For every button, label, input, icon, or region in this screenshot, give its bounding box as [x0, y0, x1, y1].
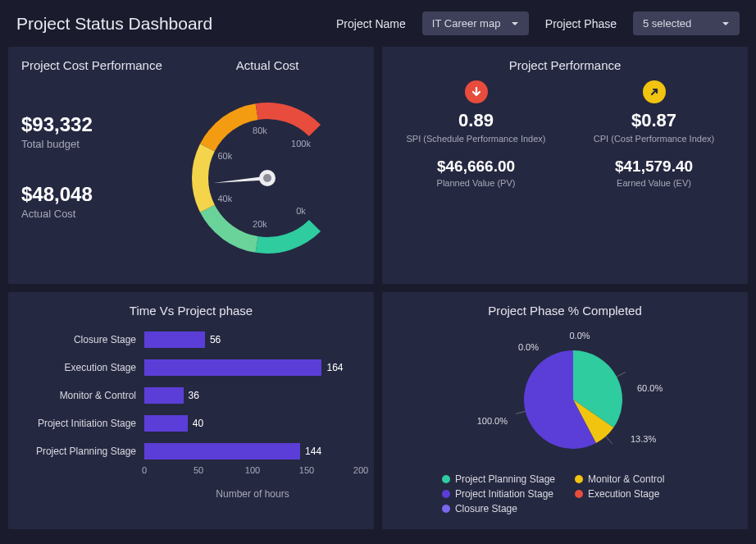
svg-text:0.0%: 0.0%	[569, 331, 590, 341]
legend-label: Project Initiation Stage	[455, 488, 553, 500]
time-vs-phase-bar-chart: Closure Stage 56 Execution Stage 164 Mon…	[21, 326, 361, 465]
bar-category: Closure Stage	[21, 334, 144, 345]
bar-category: Project Initiation Stage	[21, 418, 144, 429]
chevron-down-icon	[722, 20, 730, 28]
arrow-up-right-icon	[643, 80, 666, 103]
legend-dot	[442, 490, 450, 498]
bar-fill	[144, 331, 205, 348]
legend-dot	[442, 475, 450, 483]
chevron-down-icon	[511, 20, 519, 28]
project-performance-panel: Project Performance 0.89 SPI (Schedule P…	[382, 47, 748, 284]
spi-value: 0.89	[395, 110, 557, 131]
project-phase-dropdown[interactable]: 5 selected	[633, 11, 740, 35]
legend-label: Monitor & Control	[588, 473, 664, 485]
spi-label: SPI (Schedule Performance Index)	[395, 133, 557, 144]
pv-label: Planned Value (PV)	[395, 177, 557, 189]
cpi-value: $0.87	[573, 110, 735, 131]
actual-cost-value: $48,048	[21, 183, 174, 206]
bar-tick: 150	[299, 465, 314, 475]
page-title: Project Status Dashboard	[16, 14, 320, 34]
bar-value: 56	[210, 334, 221, 345]
svg-text:0.0%: 0.0%	[518, 342, 539, 352]
legend-label: Execution Stage	[588, 488, 659, 500]
arrow-down-icon	[465, 80, 488, 103]
bar-fill	[144, 387, 184, 404]
bar-row: Execution Stage 164	[21, 354, 361, 382]
bar-row: Monitor & Control 36	[21, 382, 361, 409]
svg-text:60k: 60k	[218, 151, 233, 161]
legend-label: Closure Stage	[455, 503, 517, 514]
pv-value: $46,666.00	[395, 158, 557, 176]
pie-legend: Project Planning StageMonitor & ControlP…	[442, 473, 688, 514]
project-name-label: Project Name	[336, 17, 406, 30]
svg-text:100.0%: 100.0%	[477, 416, 508, 426]
legend-dot	[575, 490, 583, 498]
legend-item: Project Planning Stage	[442, 473, 555, 485]
svg-line-9	[606, 437, 613, 444]
bar-tick: 50	[194, 465, 203, 475]
svg-text:60.0%: 60.0%	[637, 383, 663, 393]
bar-category: Execution Stage	[21, 362, 144, 373]
svg-line-10	[516, 411, 526, 414]
project-phase-value: 5 selected	[643, 17, 691, 30]
svg-text:80k: 80k	[253, 126, 267, 135]
total-budget-value: $93,332	[21, 113, 174, 136]
bar-x-axis: 050100150200	[144, 465, 361, 480]
time-vs-phase-panel: Time Vs Project phase Closure Stage 56 E…	[8, 292, 374, 529]
phase-completed-pie-chart: 0.0%0.0%60.0%13.3%100.0%	[458, 326, 672, 465]
performance-title: Project Performance	[395, 58, 735, 72]
bar-row: Project Initiation Stage 40	[21, 409, 361, 437]
cost-panel-title: Project Cost Performance	[21, 58, 174, 72]
bar-category: Monitor & Control	[21, 390, 144, 401]
project-phase-label: Project Phase	[545, 17, 617, 30]
pie-title: Project Phase % Completed	[488, 304, 642, 318]
bar-x-title: Number of hours	[144, 488, 361, 500]
total-budget-label: Total budget	[21, 138, 174, 150]
legend-dot	[442, 505, 450, 513]
bar-fill	[144, 415, 188, 432]
ev-label: Earned Value (EV)	[573, 177, 735, 189]
cpi-label: CPI (Cost Performance Index)	[573, 133, 735, 144]
actual-cost-gauge: 0k20k40k60k80k100k	[173, 75, 362, 256]
bar-tick: 0	[142, 465, 147, 475]
legend-item: Project Initiation Stage	[442, 488, 555, 500]
bar-row: Project Planning Stage 144	[21, 437, 361, 465]
bar-tick: 200	[353, 465, 368, 475]
legend-label: Project Planning Stage	[455, 473, 555, 485]
bar-title: Time Vs Project phase	[21, 304, 361, 318]
bar-tick: 100	[245, 465, 260, 475]
bar-row: Closure Stage 56	[21, 326, 361, 354]
bar-category: Project Planning Stage	[21, 446, 144, 457]
legend-dot	[575, 475, 583, 483]
bar-value: 36	[189, 390, 199, 401]
header-bar: Project Status Dashboard Project Name IT…	[0, 0, 756, 47]
svg-text:13.3%: 13.3%	[631, 434, 656, 444]
bar-fill	[144, 359, 321, 376]
legend-item: Monitor & Control	[575, 473, 688, 485]
svg-text:40k: 40k	[218, 194, 233, 203]
project-name-value: IT Career map	[432, 17, 501, 30]
phase-completed-panel: Project Phase % Completed 0.0%0.0%60.0%1…	[382, 292, 748, 529]
legend-item: Execution Stage	[575, 488, 688, 500]
project-name-dropdown[interactable]: IT Career map	[422, 11, 529, 35]
svg-point-7	[263, 174, 271, 182]
svg-text:0k: 0k	[296, 206, 306, 216]
gauge-title: Actual Cost	[236, 58, 299, 72]
bar-fill	[144, 443, 300, 459]
bar-value: 40	[193, 418, 203, 429]
legend-item: Closure Stage	[442, 503, 555, 514]
bar-value: 164	[326, 362, 343, 373]
svg-text:20k: 20k	[253, 219, 267, 229]
ev-value: $41,579.40	[573, 158, 735, 176]
cost-performance-panel: Project Cost Performance $93,332 Total b…	[8, 47, 374, 284]
actual-cost-label: Actual Cost	[21, 208, 174, 220]
svg-line-8	[617, 373, 626, 377]
bar-value: 144	[305, 446, 321, 457]
svg-text:100k: 100k	[291, 139, 311, 149]
